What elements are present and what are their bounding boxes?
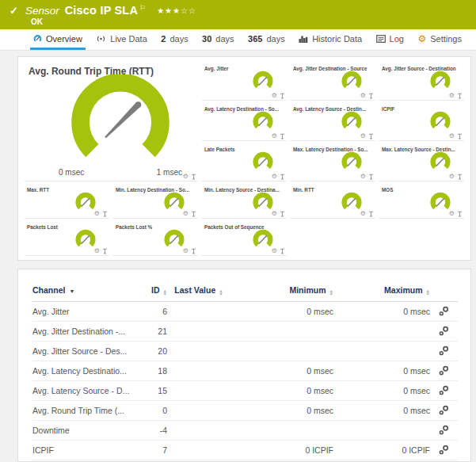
- channel-minimum: [230, 342, 333, 361]
- tab-historic-data[interactable]: Historic Data: [295, 29, 365, 50]
- channel-settings-button[interactable]: [439, 445, 449, 456]
- pin-icon[interactable]: [102, 248, 108, 254]
- tab-2-days[interactable]: 2days: [158, 29, 191, 50]
- table-row[interactable]: Avg. Round Trip Time (... 0 0 msec 0 mse…: [32, 401, 458, 421]
- gauge-tile[interactable]: Max. Latency Source - Destin... ⚙: [379, 143, 464, 181]
- pin-icon[interactable]: [191, 248, 196, 254]
- gear-icon[interactable]: ⚙: [272, 133, 277, 139]
- channel-settings-button[interactable]: [439, 306, 449, 318]
- pin-icon[interactable]: [280, 174, 285, 180]
- gear-icon[interactable]: ⚙: [449, 93, 455, 99]
- gauge-dial: [249, 70, 276, 91]
- gauge-tile[interactable]: Late Packets ⚙: [202, 143, 287, 181]
- column-header-maximum[interactable]: Maximum▲▼: [333, 282, 430, 302]
- tab-365-days[interactable]: 365days: [245, 29, 288, 50]
- channel-name[interactable]: Avg. Jitter Destination -...: [32, 322, 134, 342]
- channel-name[interactable]: ICPIF: [32, 441, 134, 460]
- gear-icon[interactable]: ⚙: [94, 211, 100, 217]
- channel-name[interactable]: Downtime: [32, 421, 134, 441]
- channel-name[interactable]: Avg. Jitter Source - Des...: [32, 342, 134, 361]
- channel-settings-button[interactable]: [439, 365, 449, 377]
- gear-icon[interactable]: ⚙: [183, 211, 188, 217]
- priority-star-rating[interactable]: ★★★☆☆: [157, 6, 196, 15]
- pin-icon[interactable]: [102, 211, 108, 217]
- pin-icon[interactable]: [368, 174, 374, 180]
- sensor-title[interactable]: Cisco IP SLA: [65, 4, 138, 17]
- gauge-tile[interactable]: Min. Latency Source - Destina... ⚙: [202, 184, 287, 219]
- gauge-dial: [338, 70, 365, 91]
- channel-name[interactable]: Avg. Latency Destinatio...: [32, 361, 134, 381]
- gauge-tile-avg-round-trip-time[interactable]: Avg. Round Trip Time (RTT) 0 msec 1 msec…: [25, 63, 198, 181]
- gauge-tile[interactable]: Packets Lost % ⚙: [113, 221, 198, 256]
- pin-icon[interactable]: [191, 211, 196, 217]
- column-header-id[interactable]: ID▲▼: [134, 282, 167, 302]
- gear-icon[interactable]: ⚙: [272, 211, 277, 217]
- gauge-tile[interactable]: Min. RTT ⚙: [291, 184, 375, 219]
- gauge-tile[interactable]: Max. RTT ⚙: [25, 184, 109, 219]
- gear-icon[interactable]: ⚙: [360, 93, 366, 99]
- gear-icon[interactable]: ⚙: [272, 174, 277, 180]
- gear-icon[interactable]: ⚙: [360, 174, 366, 180]
- table-row[interactable]: Avg. Latency Source - D... 15 0 msec 0 m…: [32, 381, 458, 401]
- gauge-tile[interactable]: Avg. Latency Destination - So... ⚙: [202, 103, 287, 141]
- tab-live-data[interactable]: Live Data: [93, 29, 150, 50]
- channel-minimum: 0 msec: [230, 401, 333, 421]
- pin-icon[interactable]: [280, 133, 285, 139]
- table-row[interactable]: Avg. Jitter 6 0 msec 0 msec: [32, 302, 458, 322]
- pin-icon[interactable]: [457, 211, 463, 217]
- tab-30-days[interactable]: 30days: [199, 29, 238, 50]
- table-row[interactable]: ICPIF 7 0 ICPIF 0 ICPIF: [32, 441, 458, 460]
- gauge-tile[interactable]: Avg. Jitter Destination - Source ⚙: [291, 63, 375, 101]
- channel-settings-button[interactable]: [439, 346, 449, 357]
- tab-log[interactable]: Log: [373, 29, 407, 50]
- gears-icon: [439, 385, 449, 395]
- gauge-tile[interactable]: Max. Latency Destination - So... ⚙: [291, 143, 375, 181]
- gear-icon[interactable]: ⚙: [449, 174, 455, 180]
- gear-icon[interactable]: ⚙: [272, 93, 277, 99]
- gauge-tile[interactable]: ICPIF ⚙: [379, 103, 464, 141]
- gauge-tile[interactable]: Avg. Jitter Source - Destination ⚙: [379, 63, 464, 101]
- channel-name[interactable]: Avg. Round Trip Time (...: [32, 401, 134, 421]
- table-row[interactable]: Avg. Latency Destinatio... 18 0 msec 0 m…: [32, 361, 458, 381]
- channel-name[interactable]: Avg. Jitter: [32, 302, 134, 322]
- gear-icon[interactable]: ⚙: [360, 211, 366, 217]
- pin-icon[interactable]: [280, 248, 285, 254]
- gauge-tile[interactable]: MOS ⚙: [379, 184, 464, 219]
- column-header-minimum[interactable]: Minimum▲▼: [230, 282, 333, 302]
- pin-icon[interactable]: [368, 211, 374, 217]
- column-header-channel[interactable]: Channel▼: [32, 282, 134, 302]
- pin-icon[interactable]: [368, 133, 374, 139]
- table-row[interactable]: Avg. Jitter Destination -... 21: [32, 322, 458, 342]
- flag-icon[interactable]: ⚐: [139, 4, 146, 12]
- channel-settings-button[interactable]: [439, 425, 449, 437]
- channel-settings-button[interactable]: [439, 385, 449, 397]
- gear-icon[interactable]: ⚙: [94, 248, 100, 254]
- gauge-tile[interactable]: Packets Lost ⚙: [25, 221, 109, 256]
- gear-icon[interactable]: ⚙: [272, 248, 277, 254]
- gear-icon[interactable]: ⚙: [183, 248, 188, 254]
- tab-overview[interactable]: Overview: [30, 29, 86, 50]
- pin-icon[interactable]: [457, 133, 463, 139]
- gear-icon[interactable]: ⚙: [183, 174, 188, 180]
- gauge-tile[interactable]: Min. Latency Destination - So... ⚙: [113, 184, 198, 219]
- pin-icon[interactable]: [457, 174, 463, 180]
- gear-icon[interactable]: ⚙: [449, 133, 455, 139]
- pin-icon[interactable]: [280, 211, 285, 217]
- channel-name[interactable]: Avg. Latency Source - D...: [32, 381, 134, 401]
- channel-maximum: 0 msec: [333, 401, 430, 421]
- pin-icon[interactable]: [457, 93, 463, 99]
- pin-icon[interactable]: [280, 93, 285, 99]
- gauge-tile[interactable]: Avg. Latency Source - Destin... ⚙: [291, 103, 375, 141]
- table-row[interactable]: Avg. Jitter Source - Des... 20: [32, 342, 458, 361]
- column-header-last-value[interactable]: Last Value▲▼: [167, 282, 230, 302]
- channel-settings-button[interactable]: [439, 326, 449, 338]
- tab-settings[interactable]: ⚙ Settings: [414, 29, 465, 50]
- gauge-tile[interactable]: Avg. Jitter ⚙: [202, 63, 287, 101]
- gear-icon[interactable]: ⚙: [449, 211, 455, 217]
- gauge-tile[interactable]: Packets Out of Sequence ⚙: [202, 221, 287, 256]
- pin-icon[interactable]: [368, 93, 374, 99]
- pin-icon[interactable]: [191, 174, 196, 180]
- gear-icon[interactable]: ⚙: [360, 133, 366, 139]
- channel-settings-button[interactable]: [439, 405, 449, 417]
- table-row[interactable]: Downtime -4: [32, 421, 458, 441]
